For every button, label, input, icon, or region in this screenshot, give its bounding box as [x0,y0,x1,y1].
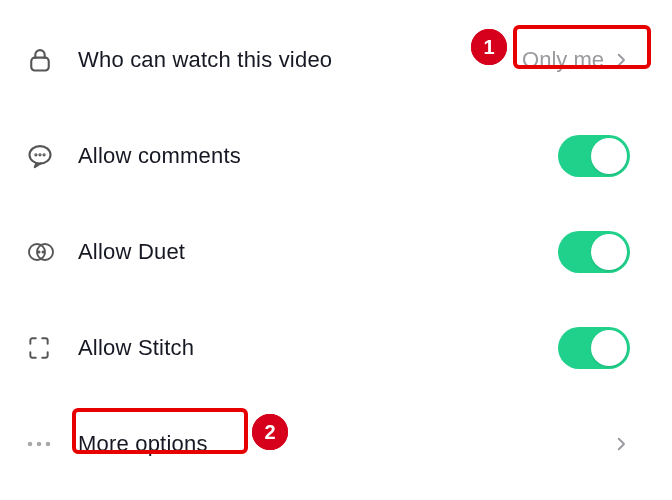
allow-comments-row: Allow comments [18,108,654,204]
allow-comments-toggle[interactable] [558,135,630,177]
svg-point-7 [38,251,39,252]
svg-point-3 [39,154,40,155]
visibility-value: Only me [522,47,604,73]
svg-point-10 [37,442,42,447]
chevron-right-icon [612,51,630,69]
post-settings-panel: Who can watch this video Only me Allow c… [0,0,672,500]
allow-duet-row: Allow Duet [18,204,654,300]
svg-point-9 [28,442,33,447]
duet-icon [18,238,78,266]
svg-point-2 [35,154,36,155]
chevron-right-icon [612,435,630,453]
svg-point-4 [44,154,45,155]
allow-stitch-toggle[interactable] [558,327,630,369]
svg-rect-0 [31,58,49,71]
allow-stitch-label: Allow Stitch [78,335,558,361]
allow-duet-toggle[interactable] [558,231,630,273]
more-options-label: More options [78,431,610,457]
svg-point-8 [42,251,43,252]
comment-icon [18,142,78,170]
stitch-icon [18,334,78,362]
allow-comments-label: Allow comments [78,143,558,169]
svg-point-11 [46,442,51,447]
allow-stitch-row: Allow Stitch [18,300,654,396]
lock-icon [18,46,78,74]
more-options-row[interactable]: More options [18,396,654,492]
visibility-label: Who can watch this video [78,47,522,73]
more-icon [18,439,78,449]
allow-duet-label: Allow Duet [78,239,558,265]
visibility-row[interactable]: Who can watch this video Only me [18,12,654,108]
